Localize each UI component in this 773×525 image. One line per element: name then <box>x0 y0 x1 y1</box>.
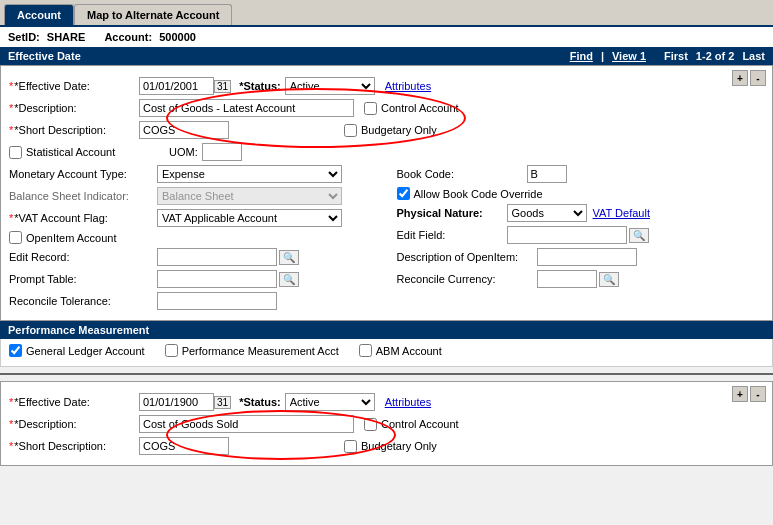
reconcile-curr-input[interactable] <box>537 270 597 288</box>
vat-flag-label: *VAT Account Flag: <box>9 212 157 224</box>
budgetary-only-label: Budgetary Only <box>361 124 437 136</box>
book-code-input[interactable] <box>527 165 567 183</box>
record2-controls: + - <box>732 386 766 402</box>
collapse-button[interactable]: - <box>750 70 766 86</box>
abm-checkbox[interactable] <box>359 344 372 357</box>
account-label: Account: <box>104 31 152 43</box>
short-desc-input-2[interactable] <box>139 437 229 455</box>
vat-default-link[interactable]: VAT Default <box>593 207 650 219</box>
monetary-type-label: Monetary Account Type: <box>9 168 157 180</box>
record2-panel: + - *Effective Date: 31 *Status: Active … <box>0 381 773 466</box>
edit-field-input[interactable] <box>507 226 627 244</box>
physical-nature-select[interactable]: Goods Services <box>507 204 587 222</box>
budgetary-only-row: Budgetary Only <box>344 124 437 137</box>
prompt-table-search[interactable]: 🔍 <box>279 272 299 287</box>
collapse-button-2[interactable]: - <box>750 386 766 402</box>
eff-date-input[interactable] <box>139 77 214 95</box>
record1-controls: + - <box>732 70 766 86</box>
performance-section: Performance Measurement General Ledger A… <box>0 321 773 367</box>
gl-account-row: General Ledger Account <box>9 344 145 357</box>
short-desc-label-2: *Short Description: <box>9 440 139 452</box>
eff-date-label: *Effective Date: <box>9 80 139 92</box>
gl-account-label: General Ledger Account <box>26 345 145 357</box>
reconcile-tol-label: Reconcile Tolerance: <box>9 295 157 307</box>
control-account-checkbox[interactable] <box>364 102 377 115</box>
attributes-link-2[interactable]: Attributes <box>385 396 431 408</box>
openitem-label: OpenItem Account <box>26 232 117 244</box>
openitem-row: OpenItem Account <box>9 231 117 244</box>
balance-sheet-label: Balance Sheet Indicator: <box>9 190 157 202</box>
oval-annotation-1 <box>166 88 466 148</box>
control-account-label: Control Account <box>381 102 459 114</box>
perf-meas-checkbox[interactable] <box>165 344 178 357</box>
setid-bar: SetID: SHARE Account: 500000 <box>0 27 773 47</box>
edit-record-input[interactable] <box>157 248 277 266</box>
control-account-row: Control Account <box>364 102 459 115</box>
expand-button[interactable]: + <box>732 70 748 86</box>
find-link[interactable]: Find <box>570 50 593 62</box>
desc-openitem-input[interactable] <box>537 248 637 266</box>
allow-override-row: Allow Book Code Override <box>397 187 543 200</box>
desc-openitem-label: Description of OpenItem: <box>397 251 537 263</box>
allow-override-checkbox[interactable] <box>397 187 410 200</box>
monetary-type-select[interactable]: Expense Revenue Asset Liability <box>157 165 342 183</box>
balance-sheet-select: Balance Sheet <box>157 187 342 205</box>
reconcile-curr-search[interactable]: 🔍 <box>599 272 619 287</box>
attributes-link[interactable]: Attributes <box>385 80 431 92</box>
prompt-table-input[interactable] <box>157 270 277 288</box>
abm-label: ABM Account <box>376 345 442 357</box>
statistical-account-label: Statistical Account <box>26 146 115 158</box>
page-info: 1-2 of 2 <box>696 50 735 62</box>
eff-date-input-2[interactable] <box>139 393 214 411</box>
desc-label: *Description: <box>9 102 139 114</box>
openitem-checkbox[interactable] <box>9 231 22 244</box>
desc-label-2: *Description: <box>9 418 139 430</box>
perf-body: General Ledger Account Performance Measu… <box>0 339 773 367</box>
tab-map-alternate[interactable]: Map to Alternate Account <box>74 4 232 25</box>
abm-row: ABM Account <box>359 344 442 357</box>
uom-input[interactable] <box>202 143 242 161</box>
perf-meas-label: Performance Measurement Acct <box>182 345 339 357</box>
desc-input[interactable] <box>139 99 354 117</box>
control-account-label-2: Control Account <box>381 418 459 430</box>
expand-button-2[interactable]: + <box>732 386 748 402</box>
budgetary-only-checkbox[interactable] <box>344 124 357 137</box>
status-label-2: *Status: <box>239 396 281 408</box>
control-account-row-2: Control Account <box>364 418 459 431</box>
eff-date-label-2: *Effective Date: <box>9 396 139 408</box>
reconcile-tol-input[interactable] <box>157 292 277 310</box>
short-desc-input[interactable] <box>139 121 229 139</box>
effective-date-title: Effective Date <box>8 50 81 62</box>
vat-flag-select[interactable]: VAT Applicable Account Non-VAT Account <box>157 209 342 227</box>
reconcile-curr-label: Reconcile Currency: <box>397 273 537 285</box>
perf-meas-row: Performance Measurement Acct <box>165 344 339 357</box>
account-value: 500000 <box>159 31 196 43</box>
status-select-2[interactable]: Active Inactive <box>285 393 375 411</box>
desc-input-2[interactable] <box>139 415 354 433</box>
nav-first: First <box>664 50 688 62</box>
statistical-account-row: Statistical Account <box>9 146 139 159</box>
budgetary-only-label-2: Budgetary Only <box>361 440 437 452</box>
status-label: *Status: <box>239 80 281 92</box>
edit-field-label: Edit Field: <box>397 229 507 241</box>
tab-account[interactable]: Account <box>4 4 74 25</box>
control-account-checkbox-2[interactable] <box>364 418 377 431</box>
prompt-table-label: Prompt Table: <box>9 273 157 285</box>
nav-bar: Find | View 1 First 1-2 of 2 Last <box>570 50 765 62</box>
book-code-label: Book Code: <box>397 168 527 180</box>
edit-record-search[interactable]: 🔍 <box>279 250 299 265</box>
record1-panel: + - *Effective Date: 31 *Status: Active … <box>0 65 773 321</box>
setid-value: SHARE <box>47 31 86 43</box>
cal-icon-2[interactable]: 31 <box>214 396 231 409</box>
edit-field-search[interactable]: 🔍 <box>629 228 649 243</box>
physical-nature-label: Physical Nature: <box>397 207 507 219</box>
gl-account-checkbox[interactable] <box>9 344 22 357</box>
budgetary-only-checkbox-2[interactable] <box>344 440 357 453</box>
setid-label: SetID: <box>8 31 40 43</box>
status-select[interactable]: Active Inactive <box>285 77 375 95</box>
view1-link[interactable]: View 1 <box>612 50 646 62</box>
statistical-account-checkbox[interactable] <box>9 146 22 159</box>
uom-label: UOM: <box>169 146 198 158</box>
effective-date-header: Effective Date Find | View 1 First 1-2 o… <box>0 47 773 65</box>
cal-icon[interactable]: 31 <box>214 80 231 93</box>
